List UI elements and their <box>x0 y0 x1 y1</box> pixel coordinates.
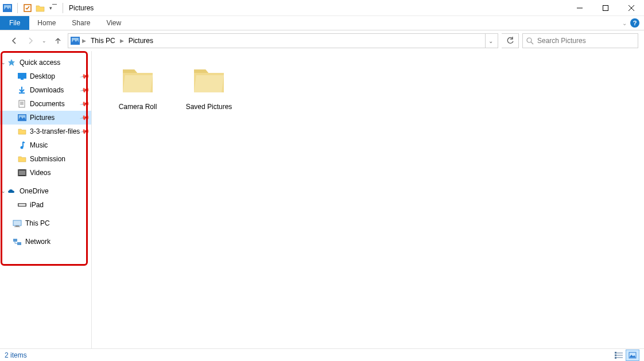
svg-point-11 <box>527 38 532 42</box>
folder-label: Saved Pictures <box>186 103 232 111</box>
svg-rect-30 <box>18 204 25 206</box>
svg-rect-34 <box>13 239 17 242</box>
folder-camera-roll[interactable]: Camera Roll <box>111 61 164 111</box>
chevron-down-icon[interactable]: ⌄ <box>0 188 7 194</box>
svg-line-12 <box>531 42 533 44</box>
svg-rect-26 <box>19 170 25 175</box>
back-button[interactable] <box>8 34 21 47</box>
ribbon-collapse-icon[interactable]: ⌄ <box>622 20 627 26</box>
svg-rect-15 <box>21 79 24 80</box>
navigation-row: ⌄ ▶ This PC ▶ Pictures ⌄ <box>0 30 644 51</box>
nav-item-videos[interactable]: Videos <box>0 166 91 180</box>
maximize-button[interactable] <box>592 0 618 16</box>
nav-item-documents[interactable]: Documents 📌 <box>0 97 91 111</box>
nav-network[interactable]: Network <box>0 235 91 249</box>
nav-label: OneDrive <box>20 187 49 195</box>
address-bar[interactable]: ▶ This PC ▶ Pictures ⌄ <box>68 33 498 48</box>
nav-label: Quick access <box>20 59 60 67</box>
close-button[interactable] <box>618 0 644 16</box>
svg-marker-13 <box>8 59 15 66</box>
minimize-button[interactable] <box>567 0 592 16</box>
nav-onedrive[interactable]: ⌄ OneDrive <box>0 184 91 198</box>
svg-rect-14 <box>18 73 26 79</box>
tab-view[interactable]: View <box>98 16 129 30</box>
large-icons-view-button[interactable] <box>626 350 639 361</box>
nav-item-ipad[interactable]: iPad <box>0 198 91 212</box>
network-icon <box>13 237 22 246</box>
nav-item-label: Submission <box>30 155 65 163</box>
nav-item-submission[interactable]: Submission <box>0 152 91 166</box>
nav-label: This PC <box>25 219 50 227</box>
folder-icon <box>17 127 26 136</box>
folder-icon <box>119 61 156 98</box>
star-icon <box>7 58 16 67</box>
nav-item-music[interactable]: Music <box>0 138 91 152</box>
device-icon <box>17 200 26 209</box>
status-bar: 2 items <box>0 348 644 361</box>
svg-rect-39 <box>615 352 616 354</box>
nav-item-label: Desktop <box>30 72 55 80</box>
svg-rect-5 <box>603 5 608 10</box>
folder-label: Camera Roll <box>119 103 157 111</box>
content-area[interactable]: Camera Roll Saved Pictures <box>92 51 644 348</box>
desktop-icon <box>17 72 26 81</box>
status-text: 2 items <box>5 351 27 359</box>
nav-item-transfer-files[interactable]: 3-3-transfer-files 📌 <box>0 125 91 138</box>
pin-icon: 📌 <box>80 126 91 137</box>
pictures-icon <box>17 113 26 122</box>
title-bar: ▾ Pictures <box>0 0 644 16</box>
pin-icon: 📌 <box>80 112 91 123</box>
breadcrumb-current[interactable]: Pictures <box>126 34 156 47</box>
pin-icon: 📌 <box>80 85 91 96</box>
nav-item-label: 3-3-transfer-files <box>30 127 80 135</box>
pin-icon: 📌 <box>80 99 91 110</box>
tab-home[interactable]: Home <box>29 16 64 30</box>
main-area: ⌄ Quick access Desktop 📌 Downloads 📌 Doc… <box>0 51 644 348</box>
folder-saved-pictures[interactable]: Saved Pictures <box>183 61 235 111</box>
nav-item-desktop[interactable]: Desktop 📌 <box>0 69 91 83</box>
refresh-button[interactable] <box>502 33 519 48</box>
nav-item-pictures[interactable]: Pictures 📌 <box>0 111 91 125</box>
svg-rect-41 <box>615 357 616 359</box>
search-box[interactable] <box>522 33 638 48</box>
tab-share[interactable]: Share <box>64 16 98 30</box>
tab-file[interactable]: File <box>0 16 29 30</box>
nav-this-pc[interactable]: This PC <box>0 216 91 230</box>
nav-label: Network <box>25 238 51 246</box>
onedrive-icon <box>7 187 16 196</box>
folder-icon[interactable] <box>35 3 45 13</box>
nav-item-downloads[interactable]: Downloads 📌 <box>0 83 91 97</box>
ribbon-tabs: File Home Share View ⌄ ? <box>0 16 644 30</box>
search-input[interactable] <box>537 37 634 45</box>
nav-item-label: Pictures <box>30 114 55 122</box>
separator <box>17 3 18 13</box>
help-icon[interactable]: ? <box>630 18 639 28</box>
properties-icon[interactable] <box>22 3 33 13</box>
folder-icon <box>191 61 227 98</box>
pictures-library-icon <box>2 3 13 13</box>
separator <box>63 3 63 13</box>
breadcrumb-separator-icon[interactable]: ▶ <box>119 38 125 44</box>
details-view-button[interactable] <box>612 350 626 361</box>
nav-quick-access[interactable]: ⌄ Quick access <box>0 56 91 69</box>
recent-locations-button[interactable]: ⌄ <box>40 34 48 47</box>
this-pc-icon <box>13 219 22 228</box>
svg-rect-40 <box>615 354 616 356</box>
nav-item-label: Videos <box>30 169 51 177</box>
breadcrumb-separator-icon[interactable]: ▶ <box>81 38 87 44</box>
quick-access-toolbar: ▾ <box>0 3 60 13</box>
svg-point-24 <box>21 146 24 149</box>
svg-rect-35 <box>17 242 21 245</box>
folder-icon <box>17 154 26 164</box>
forward-button[interactable] <box>24 34 37 47</box>
up-button[interactable] <box>52 34 64 47</box>
nav-item-label: Documents <box>30 100 65 108</box>
chevron-down-icon[interactable]: ⌄ <box>0 60 7 65</box>
breadcrumb-this-pc[interactable]: This PC <box>88 34 118 47</box>
address-dropdown-icon[interactable]: ⌄ <box>485 34 495 48</box>
svg-marker-43 <box>630 355 635 358</box>
download-icon <box>17 86 26 95</box>
pictures-location-icon <box>71 36 80 45</box>
music-icon <box>17 141 26 150</box>
qat-dropdown-icon[interactable]: ▾ <box>48 3 58 13</box>
